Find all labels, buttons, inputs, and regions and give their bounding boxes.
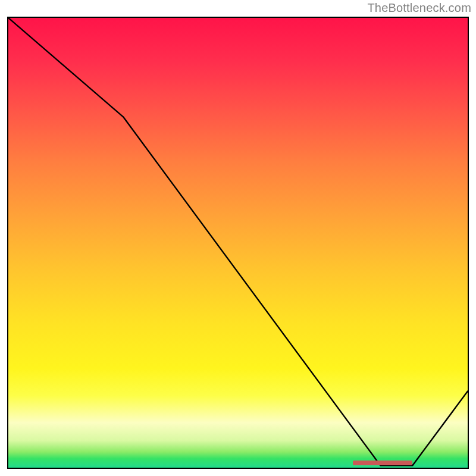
watermark-text: TheBottleneck.com — [367, 1, 471, 15]
bottleneck-curve — [8, 18, 468, 468]
chart-frame: TheBottleneck.com — [0, 0, 476, 476]
plot-area — [7, 17, 469, 469]
optimal-range-marker — [353, 461, 412, 465]
